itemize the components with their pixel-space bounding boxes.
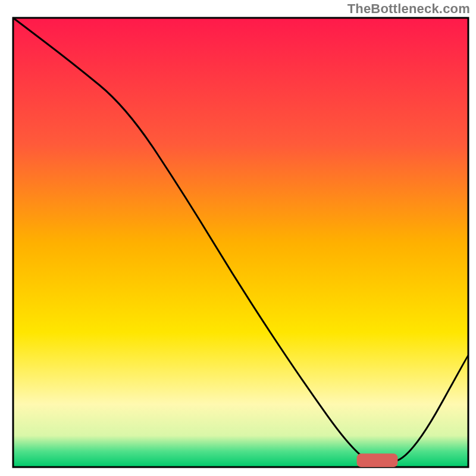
optimal-marker (357, 453, 398, 467)
plot-background (13, 18, 468, 467)
attribution-label: TheBottleneck.com (347, 1, 470, 17)
chart-container: TheBottleneck.com (0, 0, 476, 476)
bottleneck-chart (0, 0, 476, 476)
